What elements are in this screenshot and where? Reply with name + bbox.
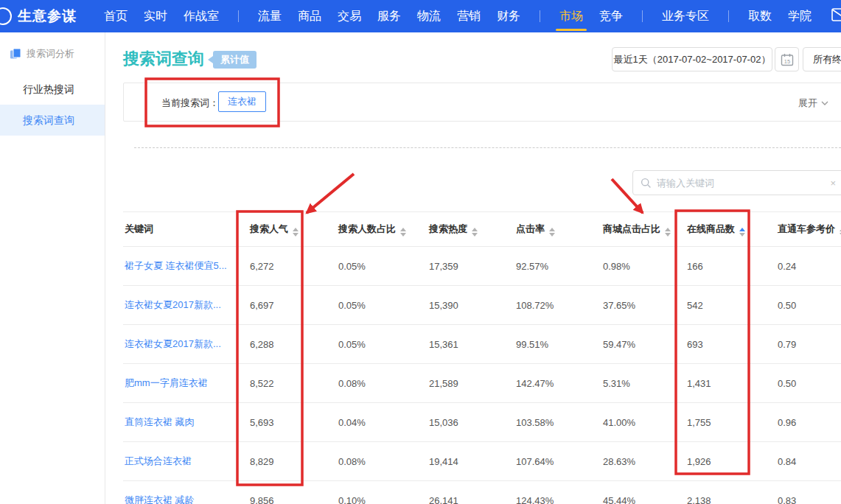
date-range-selector[interactable]: 最近1天（2017-07-02~2017-07-02）	[612, 47, 772, 71]
sort-icon-search-popularity[interactable]	[293, 228, 299, 237]
value-cell-mall-click-ratio: 5.31%	[601, 364, 685, 403]
value-cell-click-rate: 107.64%	[514, 442, 601, 481]
sort-icon-search-heat[interactable]	[472, 228, 478, 237]
nav-item-logistics[interactable]: 物流	[417, 0, 441, 32]
table-row: 直筒连衣裙 藏肉5,6930.04%15,036103.58%41.00%1,7…	[123, 403, 841, 442]
keyword-link[interactable]: 直筒连衣裙 藏肉	[125, 416, 195, 427]
nav-item-war-room[interactable]: 作战室	[184, 0, 219, 32]
value-cell-click-rate: 142.47%	[514, 364, 601, 403]
value-cell-online-products: 693	[685, 325, 776, 364]
value-cell-searcher-ratio: 0.10%	[337, 481, 428, 504]
sidebar-section-label: 搜索词分析	[27, 47, 74, 60]
keyword-cell: 正式场合连衣裙	[123, 442, 248, 481]
column-header-search-popularity[interactable]: 搜索人气	[248, 212, 337, 247]
value-cell-ztc-ref-price: 0.50	[776, 364, 841, 403]
logo-text: 生意参谋	[18, 7, 77, 26]
keyword-link[interactable]: 肥mm一字肩连衣裙	[125, 377, 208, 388]
column-header-label-search-heat: 搜索热度	[429, 223, 467, 234]
value-cell-click-rate: 92.57%	[514, 247, 601, 286]
nav-item-service[interactable]: 服务	[377, 0, 401, 32]
sort-down-triangle	[549, 233, 555, 237]
clear-search-icon[interactable]: ×	[830, 178, 836, 188]
column-header-searcher-ratio[interactable]: 搜索人数占比	[337, 212, 428, 247]
table-header-row: 关键词搜索人气搜索人数占比搜索热度点击率商城点击占比在线商品数直通车参考价	[123, 212, 841, 247]
sort-icon-searcher-ratio[interactable]	[400, 228, 406, 237]
keyword-cell: 肥mm一字肩连衣裙	[123, 364, 248, 403]
cumulative-value-badge: 累计值	[213, 51, 257, 69]
keyword-link[interactable]: 连衣裙女夏2017新款...	[125, 299, 221, 310]
value-cell-search-popularity: 6,288	[248, 325, 337, 364]
sidebar-item-industry-hot-words[interactable]: 行业热搜词	[0, 74, 105, 105]
value-cell-searcher-ratio: 0.08%	[337, 442, 428, 481]
dashed-separator	[134, 147, 841, 148]
keyword-link[interactable]: 正式场合连衣裙	[125, 455, 192, 466]
expand-toggle[interactable]: 展开	[798, 97, 828, 110]
column-header-label-search-popularity: 搜索人气	[250, 223, 288, 234]
nav-item-traffic[interactable]: 流量	[258, 0, 282, 32]
value-cell-searcher-ratio: 0.04%	[337, 403, 428, 442]
value-cell-searcher-ratio: 0.05%	[337, 325, 428, 364]
sort-icon-mall-click-ratio[interactable]	[665, 228, 671, 237]
value-cell-search-popularity: 8,522	[248, 364, 337, 403]
sidebar: 搜索词分析 行业热搜词搜索词查询	[0, 32, 105, 504]
nav-item-business-zone[interactable]: 业务专区	[662, 0, 709, 32]
column-header-search-heat[interactable]: 搜索热度	[428, 212, 514, 247]
value-cell-click-rate: 108.72%	[514, 286, 601, 325]
nav-divider	[238, 10, 239, 22]
sort-up-triangle	[293, 228, 299, 231]
sidebar-item-search-word-query[interactable]: 搜索词查询	[0, 105, 105, 136]
value-cell-search-heat: 19,414	[428, 442, 514, 481]
keyword-search-input[interactable]	[657, 178, 825, 189]
column-header-online-products[interactable]: 在线商品数	[685, 212, 776, 247]
value-cell-online-products: 2,138	[685, 481, 776, 504]
chevron-down-icon	[821, 101, 828, 105]
sort-up-triangle	[472, 228, 478, 231]
keyword-cell: 连衣裙女夏2017新款...	[123, 325, 248, 364]
mail-icon[interactable]	[831, 8, 841, 24]
column-header-mall-click-ratio[interactable]: 商城点击占比	[601, 212, 685, 247]
current-keyword-chip[interactable]: 连衣裙	[218, 91, 266, 112]
logo-circle-icon	[0, 7, 12, 25]
terminal-filter-dropdown[interactable]: 所有终端	[803, 47, 841, 71]
keyword-search-box: ×	[632, 170, 841, 195]
terminal-filter-text: 所有终端	[813, 53, 841, 66]
nav-item-home[interactable]: 首页	[104, 0, 128, 32]
table-row: 正式场合连衣裙8,8290.08%19,414107.64%28.63%1,92…	[123, 442, 841, 481]
value-cell-search-popularity: 8,829	[248, 442, 337, 481]
nav-item-realtime[interactable]: 实时	[144, 0, 167, 32]
value-cell-click-rate: 103.58%	[514, 403, 601, 442]
nav-item-product[interactable]: 商品	[298, 0, 321, 32]
value-cell-mall-click-ratio: 59.47%	[601, 325, 685, 364]
nav-item-finance[interactable]: 财务	[497, 0, 520, 32]
value-cell-searcher-ratio: 0.08%	[337, 364, 428, 403]
nav-item-competition[interactable]: 竞争	[599, 0, 623, 32]
column-header-click-rate[interactable]: 点击率	[514, 212, 601, 247]
value-cell-ztc-ref-price: 0.96	[776, 403, 841, 442]
sort-icon-online-products[interactable]	[739, 228, 745, 237]
keyword-link[interactable]: 裙子女夏 连衣裙便宜5...	[125, 260, 227, 271]
value-cell-search-popularity: 6,272	[248, 247, 337, 286]
value-cell-click-rate: 124.43%	[514, 481, 601, 504]
keyword-link[interactable]: 微胖连衣裙 减龄	[125, 494, 195, 504]
table-row: 连衣裙女夏2017新款...6,2880.05%15,36199.51%59.4…	[123, 325, 841, 364]
column-header-keyword: 关键词	[123, 212, 248, 247]
column-header-label-searcher-ratio: 搜索人数占比	[338, 223, 396, 234]
value-cell-search-heat: 15,361	[428, 325, 514, 364]
column-header-ztc-ref-price[interactable]: 直通车参考价	[776, 212, 841, 247]
svg-text:15: 15	[784, 57, 789, 64]
sort-icon-click-rate[interactable]	[549, 228, 555, 237]
logo[interactable]: 生意参谋	[7, 7, 77, 26]
nav-item-marketing[interactable]: 营销	[457, 0, 481, 32]
nav-item-data-fetch[interactable]: 取数	[748, 0, 772, 32]
keyword-cell: 微胖连衣裙 减龄	[123, 481, 248, 504]
keyword-link[interactable]: 连衣裙女夏2017新款...	[125, 338, 221, 349]
nav-item-academy[interactable]: 学院	[788, 0, 812, 32]
calendar-picker-button[interactable]: 15	[775, 47, 799, 71]
nav-item-trade[interactable]: 交易	[338, 0, 361, 32]
sidebar-menu: 行业热搜词搜索词查询	[0, 74, 105, 136]
value-cell-search-heat: 21,589	[428, 364, 514, 403]
sort-down-triangle	[400, 233, 406, 237]
nav-item-market[interactable]: 市场	[559, 0, 583, 32]
value-cell-search-popularity: 9,856	[248, 481, 337, 504]
value-cell-searcher-ratio: 0.05%	[337, 286, 428, 325]
